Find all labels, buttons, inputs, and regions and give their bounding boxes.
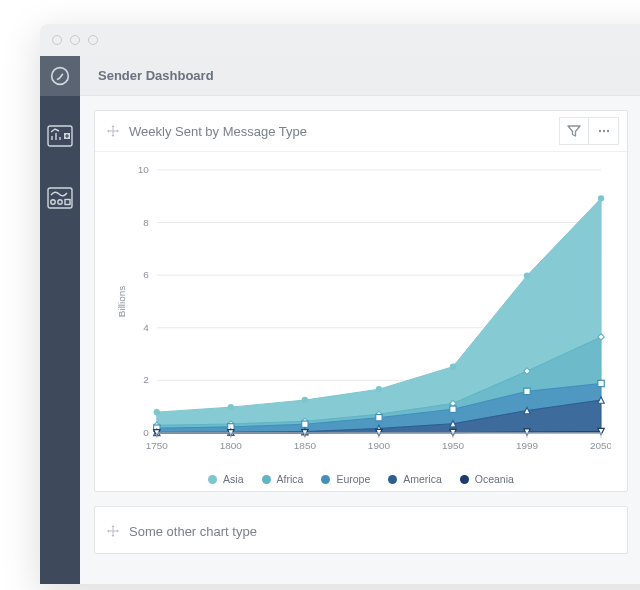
legend-swatch [208,475,217,484]
left-sidebar [40,56,80,584]
svg-point-32 [376,386,382,392]
legend-label: Europe [336,473,370,485]
svg-point-29 [154,409,160,415]
svg-point-35 [598,195,604,201]
legend-swatch [460,475,469,484]
chart-card-bottom: Some other chart type [94,506,628,554]
legend-item[interactable]: Asia [208,473,243,485]
svg-point-14 [598,130,600,132]
svg-text:10: 10 [138,164,150,175]
app-window: Sender Dashboard Weekly Sent by Message … [40,24,640,584]
chart-title: Weekly Sent by Message Type [129,124,551,139]
svg-point-30 [228,404,234,410]
app-logo-icon [50,66,70,86]
svg-rect-38 [302,421,308,427]
legend-swatch [262,475,271,484]
legend-label: America [403,473,442,485]
move-icon[interactable] [105,123,121,139]
svg-text:1999: 1999 [516,440,539,451]
svg-text:2050: 2050 [590,440,611,451]
svg-point-9 [51,200,55,204]
svg-point-31 [302,397,308,403]
add-chart-icon [47,125,73,147]
chart-legend: AsiaAfricaEuropeAmericaOceania [95,469,627,491]
more-button[interactable] [589,117,619,145]
svg-text:8: 8 [143,217,149,228]
svg-rect-40 [450,406,456,412]
svg-text:6: 6 [143,269,149,280]
svg-rect-39 [376,415,382,421]
legend-item[interactable]: America [388,473,442,485]
svg-point-33 [450,364,456,370]
window-titlebar [40,24,640,56]
ellipsis-icon [597,124,611,138]
svg-point-0 [52,68,69,85]
legend-label: Asia [223,473,243,485]
svg-text:Billions: Billions [116,286,127,318]
legend-label: Africa [277,473,304,485]
svg-text:1800: 1800 [220,440,243,451]
chart-card-main: Weekly Sent by Message Type [94,110,628,492]
move-icon[interactable] [105,523,121,539]
main-area: Sender Dashboard Weekly Sent by Message … [80,56,640,584]
legend-swatch [321,475,330,484]
svg-text:1900: 1900 [368,440,391,451]
chart-area: 02468101750180018501900195019992050Billi… [95,152,627,469]
svg-text:1850: 1850 [294,440,317,451]
svg-point-10 [58,200,62,204]
legend-item[interactable]: Oceania [460,473,514,485]
svg-rect-11 [65,200,70,205]
legend-item[interactable]: Europe [321,473,370,485]
filter-button[interactable] [559,117,589,145]
svg-rect-42 [598,380,604,386]
legend-item[interactable]: Africa [262,473,304,485]
sidebar-item-dashboard[interactable] [40,114,80,158]
svg-point-34 [524,273,530,279]
svg-text:4: 4 [143,322,149,333]
svg-text:1750: 1750 [146,440,169,451]
svg-text:0: 0 [143,427,149,438]
filter-icon [567,124,581,138]
legend-swatch [388,475,397,484]
window-dot [70,35,80,45]
chart-title: Some other chart type [129,524,619,539]
analytics-icon [47,187,73,209]
sidebar-item-analytics[interactable] [40,176,80,220]
stacked-area-chart: 02468101750180018501900195019992050Billi… [111,162,611,461]
svg-text:1950: 1950 [442,440,465,451]
window-dot [88,35,98,45]
app-logo[interactable] [40,56,80,96]
legend-label: Oceania [475,473,514,485]
svg-point-15 [602,130,604,132]
svg-text:2: 2 [143,375,149,386]
svg-rect-41 [524,388,530,394]
page-title: Sender Dashboard [80,56,640,96]
page-title-text: Sender Dashboard [98,68,214,83]
window-dot [52,35,62,45]
svg-point-16 [606,130,608,132]
